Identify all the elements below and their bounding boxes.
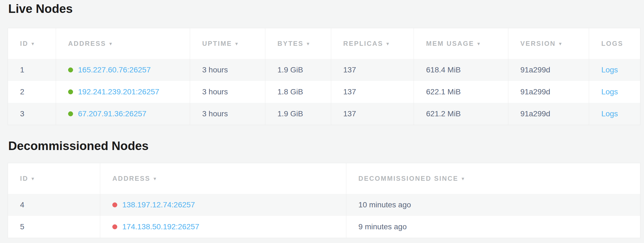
table-row: 367.207.91.36:262573 hours1.9 GiB137621.… [8,103,640,125]
sort-arrow-icon: ▾ [32,176,35,181]
column-header-logs: LOGS [589,28,640,59]
column-header-label: ADDRESS [68,40,106,47]
decommissioned-nodes-title: Decommissioned Nodes [8,125,640,153]
cell-version: 91a299d [508,103,589,125]
column-header-replicas[interactable]: REPLICAS▾ [331,28,414,59]
table-row: 2192.241.239.201:262573 hours1.8 GiB1376… [8,81,640,103]
cell-address: 165.227.60.76:26257 [56,59,190,81]
cell-version: 91a299d [508,59,589,81]
cell-address: 174.138.50.192:26257 [100,216,346,238]
table-header-row: ID▾ADDRESS▾UPTIME▾BYTES▾REPLICAS▾MEM USA… [8,28,640,59]
column-header-address[interactable]: ADDRESS▾ [100,163,346,194]
sort-arrow-icon: ▾ [478,41,481,46]
cell-logs: Logs [589,81,640,103]
cell-uptime: 3 hours [190,59,265,81]
column-header-id[interactable]: ID▾ [8,163,100,194]
column-header-label: UPTIME [202,40,232,47]
decommissioned-nodes-table: ID▾ADDRESS▾DECOMMISSIONED SINCE▾4138.197… [8,163,640,238]
cell-bytes: 1.9 GiB [265,103,331,125]
live-nodes-table: ID▾ADDRESS▾UPTIME▾BYTES▾REPLICAS▾MEM USA… [8,28,640,125]
cell-mem-usage: 622.1 MiB [414,81,508,103]
column-header-label: LOGS [601,40,623,47]
cell-decommissioned-since: 9 minutes ago [346,216,640,238]
node-logs-link[interactable]: Logs [601,87,618,96]
column-header-label: DECOMMISSIONED SINCE [358,175,458,182]
node-address-link[interactable]: 67.207.91.36:26257 [78,109,146,118]
cell-decommissioned-since: 10 minutes ago [346,194,640,216]
cell-uptime: 3 hours [190,81,265,103]
table-row: 4138.197.12.74:2625710 minutes ago [8,194,640,216]
cell-bytes: 1.9 GiB [265,59,331,81]
cell-logs: Logs [589,59,640,81]
column-header-address[interactable]: ADDRESS▾ [56,28,190,59]
cell-mem-usage: 621.2 MiB [414,103,508,125]
node-status-dot-icon [68,111,73,116]
node-address-link[interactable]: 138.197.12.74:26257 [122,200,195,209]
cell-address: 192.241.239.201:26257 [56,81,190,103]
node-status-dot-icon [112,224,117,229]
table-row: 5174.138.50.192:262579 minutes ago [8,216,640,238]
node-logs-link[interactable]: Logs [601,66,618,74]
column-header-label: ID [20,40,28,47]
cell-logs: Logs [589,103,640,125]
column-header-label: ADDRESS [112,175,150,182]
cell-address: 67.207.91.36:26257 [56,103,190,125]
cell-uptime: 3 hours [190,103,265,125]
column-header-label: REPLICAS [343,40,383,47]
cell-id: 3 [8,103,56,125]
column-header-version[interactable]: VERSION▾ [508,28,589,59]
node-status-dot-icon [112,202,117,207]
column-header-label: VERSION [520,40,556,47]
sort-arrow-icon: ▾ [307,41,310,46]
column-header-id[interactable]: ID▾ [8,28,56,59]
column-header-uptime[interactable]: UPTIME▾ [190,28,265,59]
node-address-link[interactable]: 174.138.50.192:26257 [122,222,199,231]
cell-address: 138.197.12.74:26257 [100,194,346,216]
column-header-decommissioned-since[interactable]: DECOMMISSIONED SINCE▾ [346,163,640,194]
sort-arrow-icon: ▾ [559,41,562,46]
sort-arrow-icon: ▾ [235,41,239,46]
column-header-label: ID [20,175,28,182]
column-header-bytes[interactable]: BYTES▾ [265,28,331,59]
column-header-label: BYTES [277,40,303,47]
sort-arrow-icon: ▾ [462,176,465,181]
sort-arrow-icon: ▾ [32,41,35,46]
cell-replicas: 137 [331,59,414,81]
live-nodes-section: Live Nodes ID▾ADDRESS▾UPTIME▾BYTES▾REPLI… [8,0,640,125]
decommissioned-nodes-section: Decommissioned Nodes ID▾ADDRESS▾DECOMMIS… [8,125,640,238]
cell-mem-usage: 618.4 MiB [414,59,508,81]
cell-id: 5 [8,216,100,238]
table-header-row: ID▾ADDRESS▾DECOMMISSIONED SINCE▾ [8,163,640,194]
column-header-label: MEM USAGE [426,40,474,47]
cell-replicas: 137 [331,103,414,125]
cell-replicas: 137 [331,81,414,103]
sort-arrow-icon: ▾ [386,41,390,46]
cell-id: 1 [8,59,56,81]
node-logs-link[interactable]: Logs [601,109,618,118]
cell-bytes: 1.8 GiB [265,81,331,103]
node-address-link[interactable]: 165.227.60.76:26257 [78,66,151,74]
cell-id: 4 [8,194,100,216]
live-nodes-title: Live Nodes [8,0,640,16]
cell-version: 91a299d [508,81,589,103]
column-header-mem-usage[interactable]: MEM USAGE▾ [414,28,508,59]
cluster-nodes-page: Live Nodes ID▾ADDRESS▾UPTIME▾BYTES▾REPLI… [0,0,644,243]
node-address-link[interactable]: 192.241.239.201:26257 [78,87,159,96]
table-row: 1165.227.60.76:262573 hours1.9 GiB137618… [8,59,640,81]
sort-arrow-icon: ▾ [109,41,113,46]
node-status-dot-icon [68,67,73,72]
cell-id: 2 [8,81,56,103]
node-status-dot-icon [68,89,73,94]
sort-arrow-icon: ▾ [154,176,157,181]
